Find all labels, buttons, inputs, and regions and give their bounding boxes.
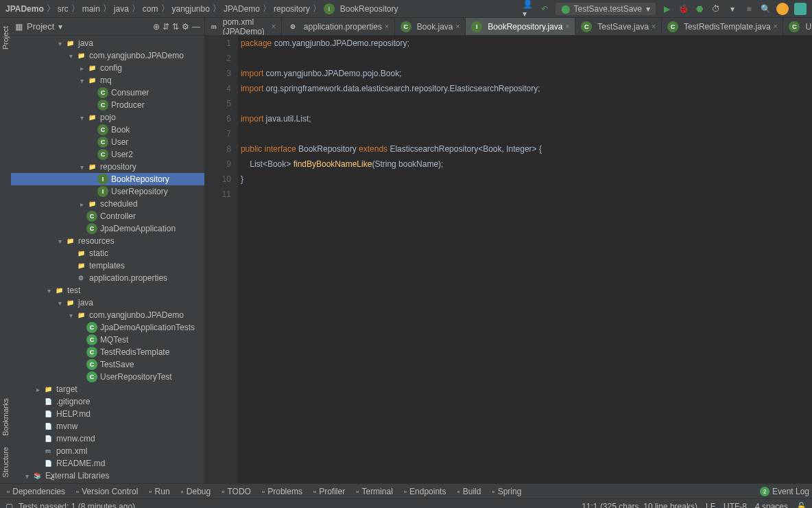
bottom-tab[interactable]: ▫TODO	[217, 487, 255, 496]
tree-item[interactable]: IBookRepository	[11, 173, 204, 185]
tree-item[interactable]: ▾📁java	[11, 297, 204, 309]
editor-tab[interactable]: CBook.java×	[395, 18, 466, 35]
breadcrumb-item[interactable]: main	[82, 4, 100, 14]
breadcrumb-item[interactable]: com	[143, 4, 158, 14]
editor-tab[interactable]: CTestRedisTemplate.java×	[662, 18, 784, 35]
tree-item[interactable]: ▾📁com.yangjunbo.JPADemo	[11, 49, 204, 62]
tree-item[interactable]: ▾📁test	[11, 284, 204, 297]
tree-item[interactable]: 📄mvnw	[11, 420, 204, 432]
code-line[interactable]: import org.springframework.data.elastics…	[241, 81, 812, 96]
breadcrumb-item[interactable]: yangjunbo	[172, 4, 210, 14]
breadcrumb-item[interactable]: src	[58, 4, 69, 14]
bottom-tab[interactable]: ▫Run	[145, 487, 174, 496]
tree-chevron[interactable]: ▾	[55, 299, 64, 307]
tree-item[interactable]: ▸📁< 1.8 > /Library/Java/JavaVirtualMachi…	[11, 482, 204, 483]
lock-icon[interactable]: 🔓	[796, 502, 807, 509]
tree-item[interactable]: IUserRepository	[11, 185, 204, 198]
breadcrumb-item[interactable]: JPADemo	[5, 4, 44, 14]
tree-item[interactable]: 📁static	[11, 247, 204, 259]
bottom-tab[interactable]: ▫Version Control	[72, 487, 142, 496]
breadcrumb-item[interactable]: JPADemo	[224, 4, 260, 14]
code-line[interactable]: }	[241, 172, 812, 187]
bottom-tab[interactable]: ▫Terminal	[352, 487, 397, 496]
tree-item[interactable]: CTestRedisTemplate	[11, 346, 204, 358]
tree-chevron[interactable]: ▾	[66, 312, 75, 319]
tree-item[interactable]: CConsumer	[11, 86, 204, 99]
tree-item[interactable]: ▾📁com.yangjunbo.JPADemo	[11, 309, 204, 321]
code-line[interactable]: import com.yangjunbo.JPADemo.pojo.Book;	[241, 66, 812, 81]
code-line[interactable]	[241, 187, 812, 202]
tree-item[interactable]: ▾📁repository	[11, 161, 204, 173]
tree-item[interactable]: ▸📁scheduled	[11, 198, 204, 210]
coverage-icon[interactable]: ⬣	[694, 3, 705, 14]
code-line[interactable]	[241, 51, 812, 66]
tree-item[interactable]: mpom.xml	[11, 445, 204, 457]
left-tab-structure[interactable]: Structure	[0, 441, 11, 483]
status-item[interactable]: 4 spaces	[755, 502, 788, 509]
tree-chevron[interactable]: ▾	[77, 77, 86, 84]
tree-item[interactable]: 📁templates	[11, 259, 204, 272]
left-tab-bookmarks[interactable]: Bookmarks	[0, 393, 11, 441]
breadcrumb-item[interactable]: java	[114, 4, 129, 14]
bottom-tab[interactable]: ▫Endpoints	[400, 487, 451, 496]
status-item[interactable]: LF	[706, 502, 715, 509]
close-icon[interactable]: ×	[455, 23, 459, 30]
bottom-tab[interactable]: ▫Debug	[177, 487, 215, 496]
tree-item[interactable]: ▸📁target	[11, 383, 204, 395]
tree-item[interactable]: CMQTest	[11, 334, 204, 346]
code-line[interactable]: List<Book> findByBookNameLike(String boo…	[241, 157, 812, 172]
breadcrumb-item[interactable]: BookRepository	[340, 4, 398, 14]
bottom-tab[interactable]: ▫Profiler	[309, 487, 349, 496]
close-icon[interactable]: ×	[652, 23, 656, 30]
tree-item[interactable]: CJpaDemoApplication	[11, 222, 204, 235]
bottom-tab[interactable]: ▫Problems	[258, 487, 307, 496]
collapse-icon[interactable]: ⇅	[172, 22, 179, 32]
run-icon[interactable]: ▶	[661, 3, 672, 14]
stop-icon[interactable]: ■	[743, 3, 754, 14]
status-item[interactable]: 11:1 (325 chars, 10 line breaks)	[582, 502, 697, 509]
search-icon[interactable]: 🔍	[760, 3, 771, 14]
user-icon[interactable]: 👤▾	[523, 3, 534, 14]
code-line[interactable]: import java.util.List;	[241, 111, 812, 126]
chevron-down-icon[interactable]: ▾	[58, 22, 62, 32]
tree-chevron[interactable]: ▸	[77, 65, 86, 72]
tree-item[interactable]: 📄.gitignore	[11, 395, 204, 408]
tree-item[interactable]: CBook	[11, 124, 204, 136]
code-line[interactable]: package com.yangjunbo.JPADemo.repository…	[241, 36, 812, 51]
tree-item[interactable]: ▾📁mq	[11, 74, 204, 86]
bottom-tab[interactable]: ▫Build	[453, 487, 485, 496]
tree-chevron[interactable]: ▸	[77, 200, 86, 208]
code-line[interactable]	[241, 96, 812, 111]
editor-tab[interactable]: ⚙application.properties×	[282, 18, 395, 35]
tree-item[interactable]: ▸📁config	[11, 62, 204, 74]
code-content[interactable]: ⚠ 1 ˄ ˅ package com.yangjunbo.JPADemo.re…	[238, 36, 812, 483]
code-line[interactable]: public interface BookRepository extends …	[241, 141, 812, 157]
tree-item[interactable]: CJpaDemoApplicationTests	[11, 321, 204, 334]
tree-item[interactable]: ▾📁resources	[11, 235, 204, 247]
status-item[interactable]: UTF-8	[724, 502, 747, 509]
tree-chevron[interactable]: ▾	[22, 472, 32, 480]
tree-chevron[interactable]: ▾	[77, 114, 86, 122]
close-icon[interactable]: ×	[385, 23, 389, 30]
tree-chevron[interactable]: ▾	[44, 287, 53, 295]
more-run-icon[interactable]: ▾	[727, 3, 738, 14]
gear-icon[interactable]: ⚙	[182, 22, 189, 32]
tool-window-icon[interactable]: ▢	[5, 502, 13, 509]
tree-item[interactable]: CController	[11, 210, 204, 222]
tree-item[interactable]: ⚙application.properties	[11, 272, 204, 284]
debug-icon[interactable]: 🐞	[678, 3, 689, 14]
editor-tab[interactable]: mpom.xml (JPADemo)×	[205, 18, 282, 35]
editor-tab[interactable]: IBookRepository.java×	[466, 18, 575, 35]
tree-chevron[interactable]: ▾	[66, 52, 75, 60]
hide-icon[interactable]: —	[192, 22, 200, 32]
tree-item[interactable]: CUser2	[11, 148, 204, 161]
expand-icon[interactable]: ⇵	[163, 22, 169, 32]
tree-chevron[interactable]: ▸	[33, 386, 43, 393]
tree-item[interactable]: ▾📁java	[11, 37, 204, 49]
close-icon[interactable]: ×	[774, 23, 778, 30]
tree-item[interactable]: CUserRepositoryTest	[11, 371, 204, 383]
left-tab-project[interactable]: Project	[0, 21, 11, 55]
run-config-selector[interactable]: ⬤ TestSave.testSave ▾	[556, 3, 656, 15]
profile-icon[interactable]: ⏱	[710, 3, 721, 14]
tree-item[interactable]: CProducer	[11, 99, 204, 111]
